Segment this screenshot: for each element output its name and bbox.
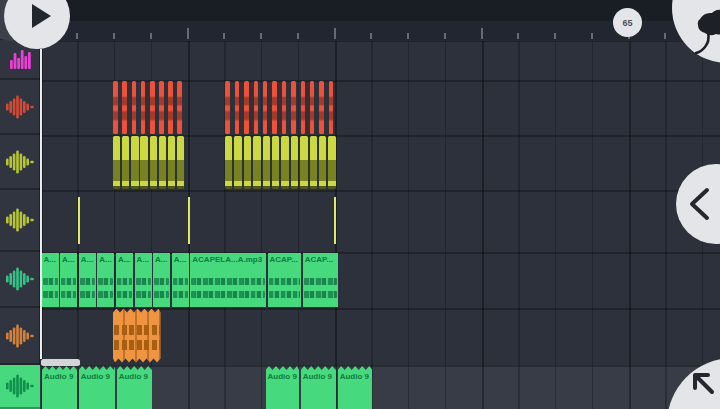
pattern-clip-orange[interactable]: [282, 81, 287, 134]
pattern-clip-orange[interactable]: [132, 81, 137, 134]
pattern-clip-orange[interactable]: [177, 81, 182, 134]
tempo-badge[interactable]: 65: [613, 8, 642, 37]
pattern-clip-orange[interactable]: [122, 81, 127, 134]
clip-label: A...: [42, 253, 59, 265]
audio-clip-acapella[interactable]: A...: [153, 253, 170, 307]
pattern-clip-orange[interactable]: [235, 81, 240, 134]
waveform-band: [269, 278, 301, 285]
pattern-clip-yellow[interactable]: [291, 136, 298, 189]
pattern-clip-orange[interactable]: [254, 81, 259, 134]
clip-label: Audio 9: [301, 366, 336, 382]
pattern-clip-orange[interactable]: [329, 81, 334, 134]
clip-label: A...: [153, 253, 170, 265]
pattern-clip-yellow[interactable]: [177, 136, 184, 189]
clip-label: ACAPELA...A.mp3: [190, 253, 266, 265]
pattern-clip-orange[interactable]: [319, 81, 324, 134]
playlist-screen: A...A...A...A...A...A...A...A...ACAPELA.…: [0, 0, 720, 409]
audio-clip-acapella[interactable]: A...: [79, 253, 96, 307]
fl-logo-icon: [686, 5, 720, 61]
waveform-band: [191, 291, 265, 298]
audio-clip-audio9[interactable]: Audio 9: [301, 366, 336, 409]
waveform-band: [80, 291, 95, 298]
audio-clip-acapella[interactable]: ACAP...: [268, 253, 302, 307]
waveform-band: [191, 278, 265, 285]
clip-label: Audio 9: [79, 366, 115, 382]
audio-clip-acapella[interactable]: A...: [172, 253, 189, 307]
pattern-clip-yellow[interactable]: [150, 136, 157, 189]
clip-grab-handle[interactable]: [41, 359, 81, 366]
clip-label: A...: [135, 253, 152, 265]
audio-clip-audio9[interactable]: Audio 9: [79, 366, 115, 409]
clip-label: Audio 9: [338, 366, 373, 382]
waveform-band: [114, 340, 160, 350]
pattern-clip-yellow[interactable]: [131, 136, 138, 189]
audio-clip-orange[interactable]: [113, 309, 161, 363]
pattern-clip-orange[interactable]: [310, 81, 315, 134]
waveform-band: [98, 278, 113, 285]
pattern-clip-yellow[interactable]: [272, 136, 279, 189]
waveform-band: [61, 278, 76, 285]
waveform-band: [154, 278, 169, 285]
pattern-clip-orange[interactable]: [225, 81, 230, 134]
pattern-clip-yellow[interactable]: [244, 136, 251, 189]
midi-clip-marker[interactable]: [78, 197, 80, 244]
waveform-band: [136, 278, 151, 285]
pattern-clip-yellow[interactable]: [319, 136, 326, 189]
scroll-origin-button[interactable]: [667, 358, 720, 409]
audio-clip-acapella[interactable]: A...: [116, 253, 133, 307]
pattern-clip-orange[interactable]: [141, 81, 146, 134]
waveform-band: [43, 291, 58, 298]
pattern-clip-orange[interactable]: [168, 81, 173, 134]
clip-label: A...: [97, 253, 114, 265]
pattern-clip-orange[interactable]: [113, 81, 118, 134]
audio-clip-audio9[interactable]: Audio 9: [117, 366, 152, 409]
waveform-band: [114, 325, 160, 335]
pattern-clip-orange[interactable]: [159, 81, 164, 134]
waveform-band: [98, 291, 113, 298]
clip-label: A...: [79, 253, 96, 265]
pattern-clip-yellow[interactable]: [159, 136, 166, 189]
pattern-clip-yellow[interactable]: [140, 136, 147, 189]
clip-label: ACAP...: [268, 253, 302, 265]
midi-clip-marker[interactable]: [188, 197, 190, 244]
waveform-band: [269, 291, 301, 298]
audio-clip-acapella[interactable]: A...: [60, 253, 77, 307]
audio-clip-acapella[interactable]: ACAPELA...A.mp3: [190, 253, 266, 307]
arrow-up-left-icon: [667, 358, 720, 409]
clip-layer: A...A...A...A...A...A...A...A...ACAPELA.…: [0, 0, 720, 409]
pattern-clip-yellow[interactable]: [122, 136, 129, 189]
pattern-clip-yellow[interactable]: [113, 136, 120, 189]
audio-clip-acapella[interactable]: A...: [42, 253, 59, 307]
waveform-band: [154, 291, 169, 298]
play-icon: [22, 0, 56, 33]
pattern-clip-orange[interactable]: [291, 81, 296, 134]
audio-clip-acapella[interactable]: ACAP...: [303, 253, 338, 307]
audio-clip-acapella[interactable]: A...: [97, 253, 114, 307]
pattern-clip-yellow[interactable]: [263, 136, 270, 189]
pattern-clip-orange[interactable]: [244, 81, 249, 134]
pattern-clip-yellow[interactable]: [281, 136, 288, 189]
audio-clip-acapella[interactable]: A...: [135, 253, 152, 307]
audio-clip-audio9[interactable]: Audio 9: [338, 366, 373, 409]
pattern-clip-orange[interactable]: [301, 81, 306, 134]
clip-label: Audio 9: [266, 366, 300, 382]
pattern-clip-orange[interactable]: [150, 81, 155, 134]
waveform-band: [117, 291, 132, 298]
midi-clip-marker[interactable]: [334, 197, 336, 244]
collapse-panel-button[interactable]: [676, 164, 720, 244]
pattern-clip-orange[interactable]: [263, 81, 268, 134]
pattern-clip-orange[interactable]: [272, 81, 277, 134]
playhead[interactable]: [40, 49, 42, 359]
waveform-band: [80, 278, 95, 285]
pattern-clip-yellow[interactable]: [225, 136, 232, 189]
pattern-clip-yellow[interactable]: [328, 136, 335, 189]
pattern-clip-yellow[interactable]: [168, 136, 175, 189]
clip-label: A...: [172, 253, 189, 265]
pattern-clip-yellow[interactable]: [310, 136, 317, 189]
waveform-band: [173, 291, 188, 298]
pattern-clip-yellow[interactable]: [300, 136, 307, 189]
pattern-clip-yellow[interactable]: [234, 136, 241, 189]
audio-clip-audio9[interactable]: Audio 9: [42, 366, 77, 409]
pattern-clip-yellow[interactable]: [253, 136, 260, 189]
audio-clip-audio9[interactable]: Audio 9: [266, 366, 300, 409]
